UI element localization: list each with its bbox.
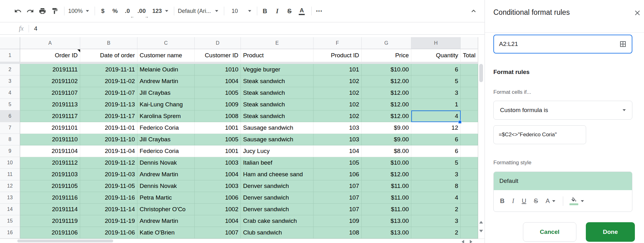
cell-D10[interactable]: 1003: [195, 157, 241, 169]
style-italic-button[interactable]: I: [512, 197, 514, 205]
column-header-H[interactable]: H: [411, 37, 461, 49]
cell-B14[interactable]: 2019-11-14: [80, 204, 137, 215]
cell-A14[interactable]: 20191114: [20, 204, 80, 215]
cell-D14[interactable]: 1002: [195, 204, 241, 215]
style-text-color-button[interactable]: A: [546, 197, 555, 205]
cell-G16[interactable]: $13.00: [362, 227, 411, 239]
cell-C15[interactable]: Andrew Martin: [137, 215, 195, 227]
undo-icon[interactable]: [14, 6, 22, 16]
cell-F2[interactable]: 101: [314, 64, 362, 76]
row-header-16[interactable]: 16: [0, 227, 20, 239]
row-header-3[interactable]: 3: [0, 76, 20, 87]
paint-format-icon[interactable]: [51, 6, 59, 16]
cell-C1[interactable]: Customer name: [137, 49, 195, 62]
cell-F6[interactable]: 102: [314, 110, 362, 122]
cell-E3[interactable]: Steak sandwich: [241, 76, 314, 87]
cell-E4[interactable]: Steak sandwich: [241, 87, 314, 99]
cell-F3[interactable]: 102: [314, 76, 362, 87]
cell-E13[interactable]: Denver sandwich: [241, 192, 314, 204]
italic-button[interactable]: I: [273, 6, 281, 16]
cell-C10[interactable]: Dennis Novak: [137, 157, 195, 169]
cell-F9[interactable]: 104: [314, 145, 362, 157]
custom-formula-input[interactable]: =$C2<>"Federico Coria": [493, 125, 586, 144]
row-header-11[interactable]: 11: [0, 169, 20, 180]
cell-D2[interactable]: 1010: [195, 64, 241, 76]
cell-B6[interactable]: 2019-11-17: [80, 110, 137, 122]
cell-B7[interactable]: 2019-11-01: [80, 122, 137, 134]
column-header-G[interactable]: G: [362, 37, 411, 49]
cell-E5[interactable]: Steak sandwich: [241, 99, 314, 110]
cell-E14[interactable]: Denver sandwich: [241, 204, 314, 215]
cell-F12[interactable]: 107: [314, 180, 362, 192]
zoom-select[interactable]: 100%: [68, 8, 89, 14]
increase-decimal-button[interactable]: .00 →: [137, 6, 146, 16]
cell-D1[interactable]: Customer ID: [195, 49, 241, 62]
print-icon[interactable]: [38, 6, 47, 16]
cell-B8[interactable]: 2019-11-10: [80, 134, 137, 145]
cell-H15[interactable]: 3: [411, 215, 461, 227]
cell-C8[interactable]: Jill Craybas: [137, 134, 195, 145]
select-data-range-icon[interactable]: [619, 40, 627, 48]
grid-corner[interactable]: [0, 37, 20, 49]
column-header-C[interactable]: C: [137, 37, 195, 49]
cell-C14[interactable]: Christopher O'Co: [137, 204, 195, 215]
cell-H5[interactable]: 1: [411, 99, 461, 110]
cell-F1[interactable]: Product ID: [314, 49, 362, 62]
cell-E1[interactable]: Product: [241, 49, 314, 62]
cell-E12[interactable]: Denver sandwich: [241, 180, 314, 192]
cell-I4[interactable]: [461, 87, 478, 99]
redo-icon[interactable]: [26, 6, 34, 16]
cell-G15[interactable]: $13.00: [362, 215, 411, 227]
cell-I10[interactable]: [461, 157, 478, 169]
cell-I15[interactable]: [461, 215, 478, 227]
cell-C6[interactable]: Karolina Sprem: [137, 110, 195, 122]
row-header-7[interactable]: 7: [0, 122, 20, 134]
row-header-6[interactable]: 6: [0, 110, 20, 122]
cell-G11[interactable]: $12.00: [362, 169, 411, 180]
cell-F14[interactable]: 107: [314, 204, 362, 215]
row-header-4[interactable]: 4: [0, 87, 20, 99]
style-bold-button[interactable]: B: [500, 197, 504, 205]
row-header-8[interactable]: 8: [0, 134, 20, 145]
cell-I11[interactable]: [461, 169, 478, 180]
strikethrough-button[interactable]: S: [286, 6, 294, 16]
row-header-2[interactable]: 2: [0, 64, 20, 76]
cell-I13[interactable]: [461, 192, 478, 204]
column-header-B[interactable]: B: [80, 37, 137, 49]
column-header-D[interactable]: D: [195, 37, 241, 49]
column-header-F[interactable]: F: [314, 37, 362, 49]
cell-D9[interactable]: 1001: [195, 145, 241, 157]
cell-A9[interactable]: 20191104: [20, 145, 80, 157]
cell-H14[interactable]: 2: [411, 204, 461, 215]
cell-H12[interactable]: 8: [411, 180, 461, 192]
cell-G5[interactable]: $12.00: [362, 99, 411, 110]
cell-D5[interactable]: 1009: [195, 99, 241, 110]
cell-F5[interactable]: 102: [314, 99, 362, 110]
cell-H10[interactable]: 5: [411, 157, 461, 169]
cell-F10[interactable]: 105: [314, 157, 362, 169]
cell-G10[interactable]: $10.00: [362, 157, 411, 169]
row-header-12[interactable]: 12: [0, 180, 20, 192]
scroll-up-icon[interactable]: [479, 221, 483, 223]
cell-F7[interactable]: 103: [314, 122, 362, 134]
cancel-button[interactable]: Cancel: [523, 222, 576, 242]
cell-A4[interactable]: 20191107: [20, 87, 80, 99]
cell-B9[interactable]: 2019-11-04: [80, 145, 137, 157]
cell-H4[interactable]: 3: [411, 87, 461, 99]
cell-G3[interactable]: $12.00: [362, 76, 411, 87]
cell-E7[interactable]: Sausage sandwich: [241, 122, 314, 134]
text-color-button[interactable]: A: [298, 6, 306, 16]
column-header-A[interactable]: A: [20, 37, 80, 49]
done-button[interactable]: Done: [586, 222, 635, 242]
cell-H13[interactable]: 4: [411, 192, 461, 204]
cell-H16[interactable]: 2: [411, 227, 461, 239]
cell-H1[interactable]: Quantity: [411, 49, 461, 62]
cell-B5[interactable]: 2019-11-13: [80, 99, 137, 110]
cell-C2[interactable]: Melanie Oudin: [137, 64, 195, 76]
cell-I9[interactable]: [461, 145, 478, 157]
cell-E16[interactable]: Club sandwich: [241, 227, 314, 239]
cell-A3[interactable]: 20191102: [20, 76, 80, 87]
cell-G13[interactable]: $11.00: [362, 192, 411, 204]
cell-I7[interactable]: [461, 122, 478, 134]
cell-H2[interactable]: 6: [411, 64, 461, 76]
